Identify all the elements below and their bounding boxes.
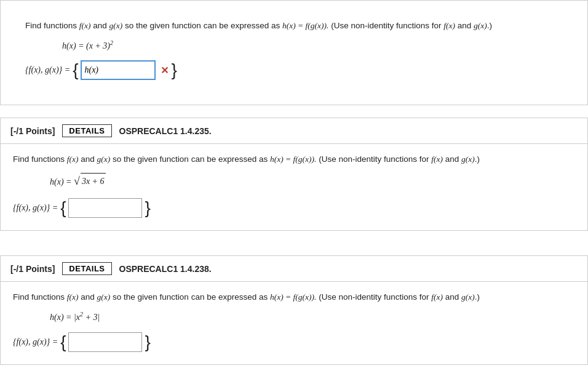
gx-2: g(x): [97, 292, 111, 302]
sqrt-content-1: 3x + 6: [81, 173, 106, 189]
statement-pre-1: Find functions: [13, 154, 67, 164]
gx-0: g(x): [109, 21, 123, 30]
statement-end-0: .): [487, 21, 492, 30]
answer-label-2: {f(x), g(x)} =: [13, 337, 58, 347]
answer-label-1: {f(x), g(x)} =: [13, 203, 58, 213]
and-1: and: [79, 154, 97, 164]
problem-2-statement: Find functions f(x) and g(x) so the give…: [13, 290, 575, 304]
points-label-1: [-/1 Points]: [10, 126, 55, 136]
statement-post-0: (Use non-identity functions for: [328, 21, 443, 30]
and-0: and: [91, 21, 109, 30]
details-button-1[interactable]: DETAILS: [62, 124, 111, 137]
answer-input-wrapper-2[interactable]: [68, 332, 142, 352]
and2-2: and: [443, 292, 461, 302]
points-header-2: [-/1 Points] DETAILS OSPRECALC1 1.4.238.: [1, 256, 587, 282]
and-2: and: [79, 292, 97, 302]
error-mark-0: ✕: [161, 65, 169, 76]
close-brace-2: }: [145, 334, 150, 351]
sqrt-symbol-1: √: [74, 171, 80, 191]
points-label-2: [-/1 Points]: [10, 264, 55, 274]
open-brace-2: {: [60, 334, 66, 351]
answer-label-0: {f(x), g(x)} =: [25, 65, 70, 75]
problem-2-body: Find functions f(x) and g(x) so the give…: [1, 282, 587, 364]
fx2-2: f(x): [431, 292, 443, 302]
h-def-1: h(x) = √3x + 6: [50, 171, 575, 191]
answer-input-0[interactable]: [84, 65, 152, 75]
statement-mid-2: so the given function can be expressed a…: [110, 292, 270, 302]
gx2-2: g(x): [461, 292, 475, 302]
and2-0: and: [455, 21, 474, 30]
gx2-0: g(x): [474, 21, 487, 30]
statement-pre-2: Find functions: [13, 292, 67, 302]
answer-input-wrapper-1[interactable]: [68, 198, 142, 218]
answer-input-1[interactable]: [71, 203, 139, 213]
problem-id-1: OSPRECALC1 1.4.235.: [119, 126, 212, 136]
problem-2-section: [-/1 Points] DETAILS OSPRECALC1 1.4.238.…: [0, 255, 588, 364]
problem-0-statement: Find functions f(x) and g(x) so the give…: [25, 19, 563, 33]
problem-1-statement: Find functions f(x) and g(x) so the give…: [13, 153, 575, 166]
hx-eq-1: h(x) = f(g(x)).: [270, 154, 316, 164]
fx-1: f(x): [67, 154, 79, 164]
answer-row-1: {f(x), g(x)} = { }: [13, 198, 575, 218]
h-def-2: h(x) = |x2 + 3|: [50, 309, 575, 325]
details-button-2[interactable]: DETAILS: [62, 262, 111, 275]
statement-post-1: (Use non-identity functions for: [316, 154, 431, 164]
problem-id-2: OSPRECALC1 1.4.238.: [119, 264, 212, 274]
open-brace-0: {: [73, 62, 78, 79]
close-brace-0: }: [171, 62, 177, 79]
problem-0-section: Find functions f(x) and g(x) so the give…: [0, 0, 588, 105]
problem-1-body: Find functions f(x) and g(x) so the give…: [1, 144, 587, 230]
statement-mid-0: so the given function can be expressed a…: [122, 21, 282, 30]
problem-1-section: [-/1 Points] DETAILS OSPRECALC1 1.4.235.…: [0, 118, 588, 231]
fx-0: f(x): [79, 21, 91, 30]
gx-1: g(x): [97, 154, 111, 164]
problem-0-body: Find functions f(x) and g(x) so the give…: [13, 10, 575, 92]
statement-post-2: (Use non-identity functions for: [316, 292, 431, 302]
statement-end-1: .): [475, 154, 480, 164]
answer-row-0: {f(x), g(x)} = { ✕ }: [25, 60, 563, 80]
sqrt-wrapper-1: √3x + 6: [74, 171, 106, 191]
answer-row-2: {f(x), g(x)} = { }: [13, 332, 575, 352]
hx-eq-2: h(x) = f(g(x)).: [270, 292, 316, 302]
h-def-0: h(x) = (x + 3)2: [62, 38, 563, 54]
gx2-1: g(x): [461, 154, 475, 164]
statement-end-2: .): [475, 292, 480, 302]
fx2-1: f(x): [431, 154, 443, 164]
and2-1: and: [443, 154, 461, 164]
statement-mid-1: so the given function can be expressed a…: [110, 154, 270, 164]
hx-eq-0: h(x) = f(g(x)).: [282, 21, 328, 30]
answer-input-2[interactable]: [71, 337, 139, 347]
points-header-1: [-/1 Points] DETAILS OSPRECALC1 1.4.235.: [1, 118, 587, 144]
close-brace-1: }: [145, 199, 150, 217]
fx-2: f(x): [67, 292, 79, 302]
open-brace-1: {: [60, 199, 66, 217]
fx2-0: f(x): [443, 21, 455, 30]
statement-pre-0: Find functions: [25, 21, 79, 30]
answer-input-wrapper-0[interactable]: [81, 60, 156, 80]
